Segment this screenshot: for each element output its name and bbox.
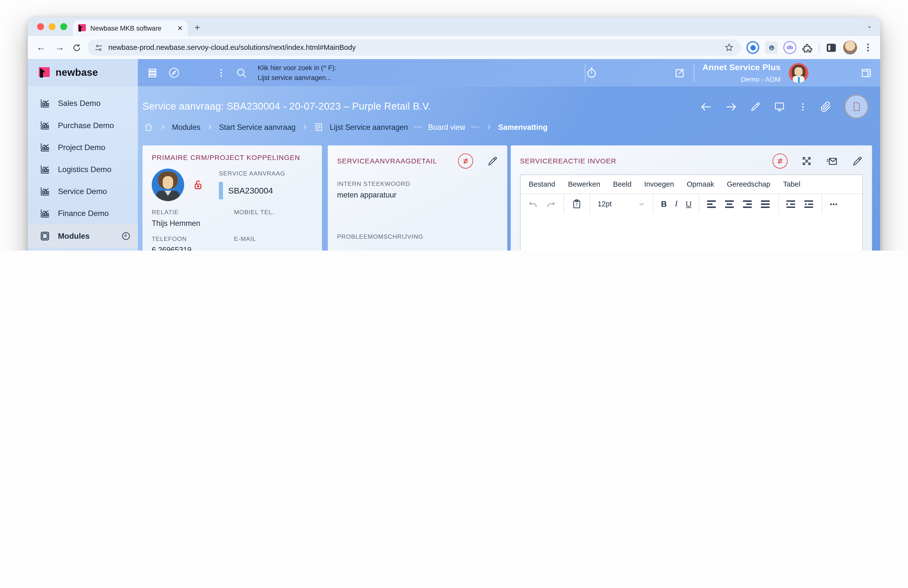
service-aanvraag-label: SERVICE AANVRAAG — [219, 170, 312, 177]
reload-button[interactable] — [72, 43, 82, 53]
page-title: Service aanvraag: SBA230004 - 20-07-2023… — [142, 101, 700, 112]
sidebar-item-service-demo[interactable]: Service Demo — [28, 180, 138, 202]
maximize-window-button[interactable] — [60, 23, 67, 30]
nav-back-icon[interactable] — [700, 100, 712, 113]
steekwoord-value[interactable]: meten apparatuur — [337, 190, 498, 199]
chart-icon — [39, 185, 51, 197]
search-icon[interactable] — [236, 67, 247, 79]
align-center-icon[interactable] — [725, 200, 735, 208]
align-left-icon[interactable] — [707, 200, 717, 208]
url-bar[interactable]: newbase-prod.newbase.servoy-cloud.eu/sol… — [87, 40, 741, 56]
user-name: Annet Service Plus — [702, 62, 781, 72]
content-area: Service aanvraag: SBA230004 - 20-07-2023… — [138, 86, 881, 251]
menu-invoegen[interactable]: Invoegen — [644, 180, 674, 188]
browser-profile-avatar[interactable] — [843, 40, 857, 54]
more-dots-icon[interactable] — [216, 68, 226, 78]
editor-content[interactable] — [521, 214, 862, 251]
window-controls — [37, 23, 67, 30]
minimize-window-button[interactable] — [48, 23, 56, 30]
browser-tab[interactable]: Newbase MKB software ✕ — [73, 20, 188, 36]
screenshot-stage: Newbase MKB software ✕ + ⌄ ← → newbase-p… — [0, 0, 908, 251]
card-title: SERVICEREACTIE INVOER — [520, 157, 773, 165]
edit-pencil-icon[interactable] — [750, 101, 761, 112]
menu-bewerken[interactable]: Bewerken — [568, 180, 600, 188]
italic-button[interactable]: I — [675, 199, 678, 209]
brand-name: newbase — [56, 67, 98, 79]
align-right-icon[interactable] — [743, 200, 753, 208]
unlink-sync-icon[interactable] — [458, 153, 473, 169]
forward-button[interactable]: → — [53, 42, 66, 53]
paperclip-icon[interactable] — [821, 101, 832, 112]
compose-icon[interactable] — [674, 67, 686, 79]
header-divider-2 — [694, 64, 694, 81]
menu-tabel[interactable]: Tabel — [783, 180, 800, 188]
sidebar-item-modules[interactable]: Modules — [28, 224, 138, 247]
telefoon-value[interactable]: 6 26965319 — [152, 246, 230, 251]
sidebar-item-logistics-demo[interactable]: Logistics Demo — [28, 158, 138, 180]
password-extension-icon[interactable] — [746, 41, 759, 54]
editor-menubar: Bestand Bewerken Beeld Invoegen Opmaak G… — [521, 175, 862, 193]
close-window-button[interactable] — [37, 23, 44, 30]
breadcrumb-start-service-aanvraag[interactable]: Start Service aanvraag — [219, 122, 295, 131]
breadcrumb-modules[interactable]: Modules — [172, 122, 200, 131]
font-size-select[interactable]: 12pt — [590, 194, 654, 214]
sidebar-item-finance-demo[interactable]: Finance Demo — [28, 202, 138, 224]
align-justify-icon[interactable] — [761, 200, 771, 208]
home-icon[interactable] — [143, 122, 153, 132]
sidebar-item-project-demo[interactable]: Project Demo — [28, 136, 138, 158]
undo-icon[interactable] — [528, 199, 538, 209]
service-aanvraag-value[interactable]: SBA230004 — [219, 182, 312, 199]
compass-icon[interactable] — [168, 67, 180, 79]
telefoon-label: TELEFOON — [152, 235, 230, 242]
more-options-icon[interactable] — [798, 102, 808, 111]
bold-button[interactable]: B — [661, 199, 667, 209]
monitor-icon[interactable] — [774, 101, 786, 112]
screenshot-extension-icon[interactable] — [765, 41, 778, 54]
expand-icon[interactable] — [802, 156, 812, 166]
layout-menu-icon[interactable] — [147, 67, 159, 79]
indent-icon[interactable] — [787, 200, 797, 208]
browser-toolbar: ← → newbase-prod.newbase.servoy-cloud.eu… — [28, 36, 881, 59]
tab-search-chevron-icon[interactable]: ⌄ — [867, 22, 872, 30]
back-button[interactable]: ← — [35, 42, 48, 53]
paste-clipboard-icon[interactable] — [572, 199, 582, 209]
search-input[interactable]: Klik hier voor zoek in (^ F): Lijst serv… — [258, 63, 336, 82]
sidebar-item-sales-demo[interactable]: Sales Demo — [28, 92, 138, 114]
new-tab-button[interactable]: + — [195, 23, 200, 33]
menu-bestand[interactable]: Bestand — [529, 180, 555, 188]
redo-icon[interactable] — [546, 199, 556, 209]
sidebar-item-purchase-demo[interactable]: Purchase Demo — [28, 114, 138, 136]
browser-menu-icon[interactable] — [863, 42, 873, 53]
db-extension-icon[interactable]: db — [783, 41, 796, 54]
send-mail-icon[interactable] — [826, 155, 838, 167]
stopwatch-icon[interactable] — [586, 67, 597, 79]
user-info[interactable]: Annet Service Plus Demo - ADM — [702, 61, 781, 84]
nav-forward-icon[interactable] — [725, 100, 737, 113]
history-clock-icon[interactable] — [121, 231, 131, 241]
outdent-icon[interactable] — [805, 200, 815, 208]
site-settings-icon[interactable] — [95, 43, 103, 52]
chevron-right-icon — [301, 123, 308, 130]
toolbar-divider — [819, 42, 819, 53]
close-tab-icon[interactable]: ✕ — [177, 24, 183, 32]
side-panel-icon[interactable] — [825, 42, 837, 53]
document-mode-button[interactable] — [844, 95, 869, 119]
bookmark-star-icon[interactable] — [724, 43, 734, 52]
underline-button[interactable]: U — [686, 199, 692, 209]
unlink-sync-icon[interactable] — [773, 153, 787, 169]
brand-logo[interactable]: newbase — [28, 59, 138, 86]
breadcrumb-lijst-service-aanvragen[interactable]: Lijst Service aanvragen — [330, 122, 408, 131]
extensions-puzzle-icon[interactable] — [802, 42, 813, 53]
relation-avatar[interactable] — [152, 169, 184, 201]
menu-opmaak[interactable]: Opmaak — [687, 180, 714, 188]
edit-pencil-icon[interactable] — [487, 156, 498, 167]
breadcrumb-board-view[interactable]: Board view — [428, 122, 465, 131]
relatie-value[interactable]: Thijs Hemmen — [152, 219, 230, 227]
menu-beeld[interactable]: Beeld — [613, 180, 631, 188]
user-avatar[interactable] — [789, 63, 808, 83]
panel-layout-icon[interactable] — [861, 67, 872, 79]
toolbar-more-button[interactable]: ••• — [830, 201, 838, 207]
menu-gereedschap[interactable]: Gereedschap — [727, 180, 770, 188]
unlock-icon[interactable] — [192, 179, 204, 190]
edit-pencil-icon[interactable] — [852, 156, 863, 167]
